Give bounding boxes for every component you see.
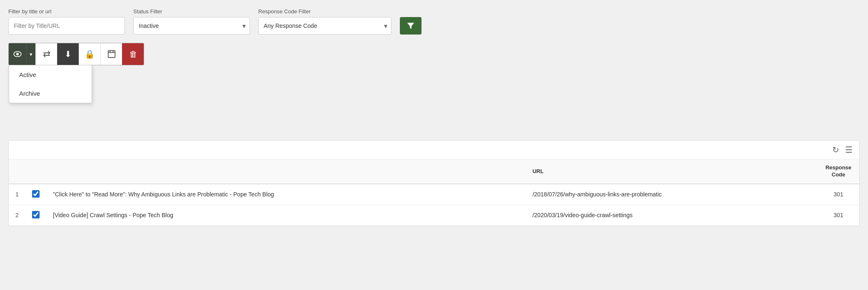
row-1-url: /2018/07/26/why-ambiguous-links-are-prob… <box>526 184 818 205</box>
row-2-checkbox[interactable] <box>32 211 40 218</box>
table-top-bar: ↻ ☰ <box>9 141 859 159</box>
toolbar-row: ▾ ⇄ ⬇ 🔒 <box>8 43 860 65</box>
row-2-num: 2 <box>9 205 25 226</box>
lock-icon: 🔒 <box>85 49 95 59</box>
svg-point-1 <box>16 53 19 55</box>
filter-icon <box>406 21 415 30</box>
transfer-button[interactable]: ⇄ <box>35 43 57 65</box>
results-table: URL Response Code 1 "Click Here" to "Rea… <box>9 159 859 226</box>
list-icon: ☰ <box>845 145 853 155</box>
lock-button[interactable]: 🔒 <box>79 43 100 65</box>
status-filter-group: Status Filter Active Inactive Archive <box>133 8 250 35</box>
list-view-button[interactable]: ☰ <box>845 145 853 155</box>
eye-button-group: ▾ <box>9 43 35 65</box>
frame-icon <box>107 50 116 59</box>
row-1-response-code: 301 <box>818 184 859 205</box>
row-2-title: [Video Guide] Crawl Settings - Pope Tech… <box>46 205 526 226</box>
row-2-url: /2020/03/19/video-guide-crawl-settings <box>526 205 818 226</box>
page-wrapper: Filter by title or url Status Filter Act… <box>0 0 868 290</box>
row-1-checkbox[interactable] <box>32 190 40 198</box>
col-title <box>46 159 526 184</box>
download-icon: ⬇ <box>65 49 72 59</box>
action-toolbar: ▾ ⇄ ⬇ 🔒 <box>8 43 144 65</box>
row-2-response-code: 301 <box>818 205 859 226</box>
status-filter-select[interactable]: Active Inactive Archive <box>133 17 250 35</box>
row-1-title: "Click Here" to "Read More": Why Ambiguo… <box>46 184 526 205</box>
refresh-icon: ↻ <box>832 145 839 155</box>
delete-button[interactable]: 🗑 <box>122 43 144 65</box>
row-2-checkbox-cell <box>25 205 46 226</box>
frame-button[interactable] <box>100 43 122 65</box>
download-button[interactable]: ⬇ <box>57 43 79 65</box>
table-row: 2 [Video Guide] Crawl Settings - Pope Te… <box>9 205 859 226</box>
eye-dropdown-button[interactable]: ▾ <box>26 43 35 65</box>
trash-icon: 🗑 <box>129 50 137 59</box>
row-1-checkbox-cell <box>25 184 46 205</box>
response-filter-label: Response Code Filter <box>258 8 392 15</box>
title-filter-group: Filter by title or url <box>8 8 125 35</box>
apply-filter-button[interactable] <box>400 17 422 35</box>
eye-button[interactable] <box>9 43 26 65</box>
table-header-row: URL Response Code <box>9 159 859 184</box>
col-url: URL <box>526 159 818 184</box>
table-area: ↻ ☰ URL Response Code 1 <box>8 140 860 226</box>
refresh-button[interactable]: ↻ <box>832 145 839 155</box>
eye-icon <box>13 51 22 57</box>
dropdown-item-active[interactable]: Active <box>9 65 92 84</box>
chevron-down-icon: ▾ <box>30 51 32 57</box>
status-select-wrapper: Active Inactive Archive <box>133 17 250 35</box>
col-response-code: Response Code <box>818 159 859 184</box>
response-filter-group: Response Code Filter Any Response Code 2… <box>258 8 392 35</box>
status-dropdown-menu: Active Archive <box>9 65 92 103</box>
response-filter-select[interactable]: Any Response Code 200 301 302 404 500 <box>258 17 392 35</box>
dropdown-item-archive[interactable]: Archive <box>9 84 92 103</box>
col-num <box>9 159 25 184</box>
filter-row: Filter by title or url Status Filter Act… <box>8 8 860 35</box>
title-filter-input[interactable] <box>8 17 125 35</box>
status-filter-label: Status Filter <box>133 8 250 15</box>
response-select-wrapper: Any Response Code 200 301 302 404 500 <box>258 17 392 35</box>
svg-rect-2 <box>108 51 115 58</box>
title-filter-label: Filter by title or url <box>8 8 125 15</box>
transfer-icon: ⇄ <box>43 49 50 59</box>
col-check <box>25 159 46 184</box>
table-row: 1 "Click Here" to "Read More": Why Ambig… <box>9 184 859 205</box>
row-1-num: 1 <box>9 184 25 205</box>
